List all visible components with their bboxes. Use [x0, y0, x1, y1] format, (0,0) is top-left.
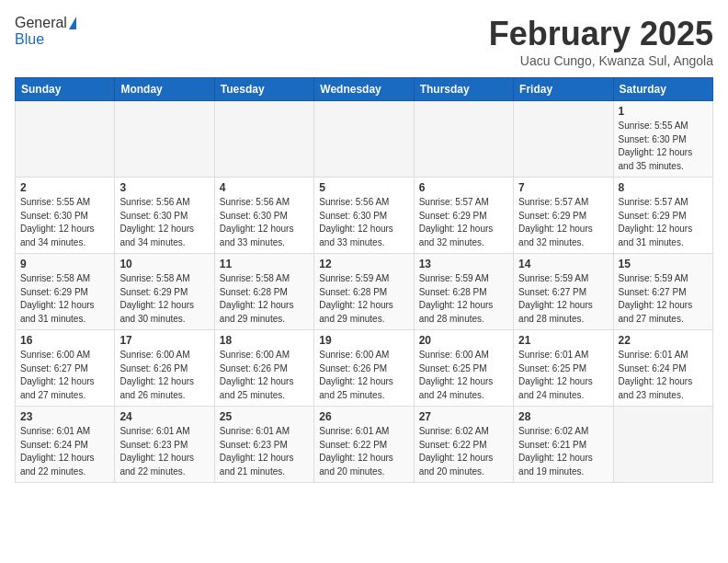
day-number: 20 [419, 334, 508, 347]
day-info: Sunrise: 6:00 AM Sunset: 6:25 PM Dayligh… [419, 349, 508, 402]
calendar-cell: 27Sunrise: 6:02 AM Sunset: 6:22 PM Dayli… [414, 407, 513, 483]
calendar-cell: 19Sunrise: 6:00 AM Sunset: 6:26 PM Dayli… [314, 330, 414, 407]
calendar-cell: 16Sunrise: 6:00 AM Sunset: 6:27 PM Dayli… [16, 330, 115, 407]
day-info: Sunrise: 5:58 AM Sunset: 6:29 PM Dayligh… [20, 272, 109, 326]
day-number: 4 [220, 181, 309, 194]
calendar-cell: 26Sunrise: 6:01 AM Sunset: 6:22 PM Dayli… [314, 407, 414, 483]
calendar-cell: 7Sunrise: 5:57 AM Sunset: 6:29 PM Daylig… [514, 178, 613, 254]
calendar-cell: 13Sunrise: 5:59 AM Sunset: 6:28 PM Dayli… [414, 254, 513, 330]
day-info: Sunrise: 5:59 AM Sunset: 6:27 PM Dayligh… [619, 272, 708, 326]
day-number: 2 [20, 181, 109, 194]
weekday-header-tuesday: Tuesday [214, 78, 313, 101]
day-info: Sunrise: 5:58 AM Sunset: 6:28 PM Dayligh… [220, 272, 309, 326]
day-info: Sunrise: 5:56 AM Sunset: 6:30 PM Dayligh… [119, 196, 209, 249]
calendar-cell: 11Sunrise: 5:58 AM Sunset: 6:28 PM Dayli… [214, 254, 313, 330]
calendar-cell: 14Sunrise: 5:59 AM Sunset: 6:27 PM Dayli… [514, 254, 613, 330]
calendar-header: SundayMondayTuesdayWednesdayThursdayFrid… [16, 78, 713, 101]
day-number: 19 [319, 334, 408, 347]
day-number: 9 [20, 258, 109, 270]
day-number: 24 [119, 410, 209, 423]
day-info: Sunrise: 6:00 AM Sunset: 6:26 PM Dayligh… [319, 349, 408, 402]
day-info: Sunrise: 6:01 AM Sunset: 6:22 PM Dayligh… [319, 425, 408, 478]
day-number: 26 [319, 410, 408, 423]
day-number: 6 [419, 181, 508, 194]
calendar-cell: 17Sunrise: 6:00 AM Sunset: 6:26 PM Dayli… [115, 330, 214, 407]
day-number: 21 [518, 334, 608, 347]
weekday-header-saturday: Saturday [613, 78, 712, 101]
calendar-cell: 20Sunrise: 6:00 AM Sunset: 6:25 PM Dayli… [414, 330, 513, 407]
day-info: Sunrise: 5:57 AM Sunset: 6:29 PM Dayligh… [419, 196, 508, 249]
weekday-header-row: SundayMondayTuesdayWednesdayThursdayFrid… [16, 78, 713, 101]
month-year-heading: February 2025 [489, 15, 713, 53]
calendar-cell: 24Sunrise: 6:01 AM Sunset: 6:23 PM Dayli… [115, 407, 214, 483]
calendar-cell [16, 101, 115, 178]
calendar-cell: 2Sunrise: 5:55 AM Sunset: 6:30 PM Daylig… [16, 178, 115, 254]
weekday-header-monday: Monday [115, 78, 214, 101]
day-number: 23 [20, 410, 109, 423]
calendar-cell: 23Sunrise: 6:01 AM Sunset: 6:24 PM Dayli… [16, 407, 115, 483]
day-number: 1 [619, 105, 708, 118]
calendar-week-3: 16Sunrise: 6:00 AM Sunset: 6:27 PM Dayli… [16, 330, 713, 407]
day-number: 7 [518, 181, 608, 194]
weekday-header-sunday: Sunday [16, 78, 115, 101]
calendar-week-2: 9Sunrise: 5:58 AM Sunset: 6:29 PM Daylig… [16, 254, 713, 330]
day-info: Sunrise: 5:56 AM Sunset: 6:30 PM Dayligh… [319, 196, 408, 249]
calendar-cell: 6Sunrise: 5:57 AM Sunset: 6:29 PM Daylig… [414, 178, 513, 254]
day-info: Sunrise: 6:00 AM Sunset: 6:26 PM Dayligh… [119, 349, 209, 402]
calendar-cell [115, 101, 214, 178]
calendar-cell: 22Sunrise: 6:01 AM Sunset: 6:24 PM Dayli… [613, 330, 712, 407]
day-number: 25 [220, 410, 309, 423]
day-info: Sunrise: 5:57 AM Sunset: 6:29 PM Dayligh… [619, 196, 708, 249]
calendar-cell: 25Sunrise: 6:01 AM Sunset: 6:23 PM Dayli… [214, 407, 313, 483]
day-info: Sunrise: 6:01 AM Sunset: 6:24 PM Dayligh… [20, 425, 109, 478]
day-number: 3 [119, 181, 209, 194]
day-info: Sunrise: 5:58 AM Sunset: 6:29 PM Dayligh… [119, 272, 209, 326]
weekday-header-friday: Friday [514, 78, 613, 101]
calendar-cell: 4Sunrise: 5:56 AM Sunset: 6:30 PM Daylig… [214, 178, 313, 254]
day-info: Sunrise: 5:55 AM Sunset: 6:30 PM Dayligh… [619, 120, 708, 173]
day-info: Sunrise: 5:56 AM Sunset: 6:30 PM Dayligh… [220, 196, 309, 249]
day-info: Sunrise: 6:00 AM Sunset: 6:27 PM Dayligh… [20, 349, 109, 402]
day-number: 28 [518, 410, 608, 423]
day-number: 11 [220, 258, 309, 270]
calendar-week-4: 23Sunrise: 6:01 AM Sunset: 6:24 PM Dayli… [16, 407, 713, 483]
calendar-body: 1Sunrise: 5:55 AM Sunset: 6:30 PM Daylig… [16, 101, 713, 483]
day-number: 12 [319, 258, 408, 270]
day-info: Sunrise: 6:01 AM Sunset: 6:24 PM Dayligh… [619, 349, 708, 402]
calendar-cell: 18Sunrise: 6:00 AM Sunset: 6:26 PM Dayli… [214, 330, 313, 407]
logo: General Blue [15, 15, 76, 48]
day-number: 18 [220, 334, 309, 347]
day-number: 27 [419, 410, 508, 423]
calendar-cell: 9Sunrise: 5:58 AM Sunset: 6:29 PM Daylig… [16, 254, 115, 330]
day-number: 16 [20, 334, 109, 347]
day-number: 8 [619, 181, 708, 194]
day-info: Sunrise: 6:01 AM Sunset: 6:25 PM Dayligh… [518, 349, 608, 402]
calendar-cell [214, 101, 313, 178]
day-info: Sunrise: 6:02 AM Sunset: 6:22 PM Dayligh… [419, 425, 508, 478]
day-number: 22 [619, 334, 708, 347]
weekday-header-thursday: Thursday [414, 78, 513, 101]
day-info: Sunrise: 5:57 AM Sunset: 6:29 PM Dayligh… [518, 196, 608, 249]
day-info: Sunrise: 5:59 AM Sunset: 6:28 PM Dayligh… [319, 272, 408, 326]
calendar-cell: 21Sunrise: 6:01 AM Sunset: 6:25 PM Dayli… [514, 330, 613, 407]
calendar-cell [414, 101, 513, 178]
day-number: 5 [319, 181, 408, 194]
location-text: Uacu Cungo, Kwanza Sul, Angola [489, 53, 713, 68]
day-info: Sunrise: 6:00 AM Sunset: 6:26 PM Dayligh… [220, 349, 309, 402]
logo-triangle-icon [69, 17, 76, 29]
calendar-cell: 10Sunrise: 5:58 AM Sunset: 6:29 PM Dayli… [115, 254, 214, 330]
day-info: Sunrise: 6:02 AM Sunset: 6:21 PM Dayligh… [518, 425, 608, 478]
calendar-cell [514, 101, 613, 178]
day-info: Sunrise: 5:59 AM Sunset: 6:27 PM Dayligh… [518, 272, 608, 326]
calendar-week-1: 2Sunrise: 5:55 AM Sunset: 6:30 PM Daylig… [16, 178, 713, 254]
day-number: 14 [518, 258, 608, 270]
day-info: Sunrise: 6:01 AM Sunset: 6:23 PM Dayligh… [220, 425, 309, 478]
day-info: Sunrise: 6:01 AM Sunset: 6:23 PM Dayligh… [119, 425, 209, 478]
calendar-cell: 28Sunrise: 6:02 AM Sunset: 6:21 PM Dayli… [514, 407, 613, 483]
calendar-cell: 8Sunrise: 5:57 AM Sunset: 6:29 PM Daylig… [613, 178, 712, 254]
calendar-cell [314, 101, 414, 178]
calendar-cell [613, 407, 712, 483]
day-number: 13 [419, 258, 508, 270]
logo-general-text: General [15, 15, 67, 31]
calendar-week-0: 1Sunrise: 5:55 AM Sunset: 6:30 PM Daylig… [16, 101, 713, 178]
